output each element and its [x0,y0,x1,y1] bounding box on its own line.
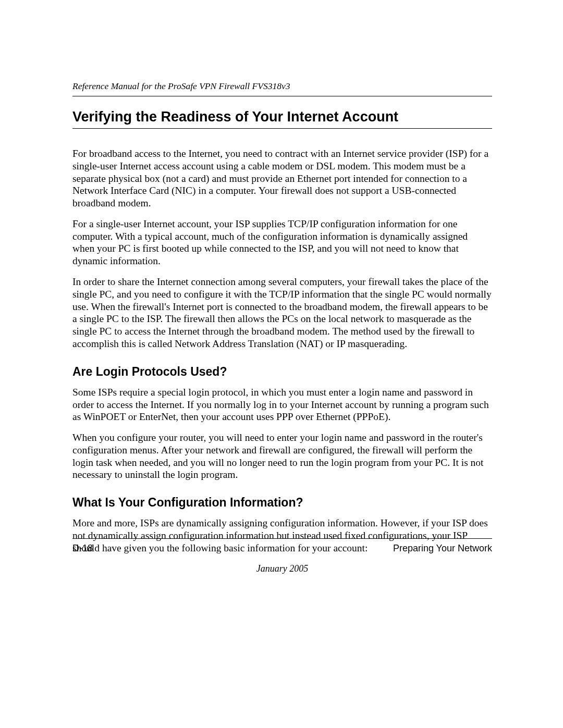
footer-section-label: Preparing Your Network [393,543,492,554]
page-footer: D-18 Preparing Your Network January 2005 [72,538,492,574]
footer-rule [72,538,492,539]
document-page: Reference Manual for the ProSafe VPN Fir… [0,0,563,728]
paragraph-single-user-account: For a single-user Internet account, your… [72,218,492,267]
running-head: Reference Manual for the ProSafe VPN Fir… [72,81,492,92]
heading-login-protocols: Are Login Protocols Used? [72,365,492,379]
heading-verifying-readiness: Verifying the Readiness of Your Internet… [72,109,492,129]
paragraph-login-protocol: Some ISPs require a special login protoc… [72,386,492,423]
footer-date: January 2005 [72,563,492,574]
paragraph-share-connection: In order to share the Internet connectio… [72,276,492,350]
paragraph-configure-router: When you configure your router, you will… [72,431,492,481]
heading-configuration-information: What Is Your Configuration Information? [72,496,492,510]
paragraph-broadband-access: For broadband access to the Internet, yo… [72,147,492,209]
header-rule [72,96,492,96]
page-number: D-18 [72,543,93,554]
